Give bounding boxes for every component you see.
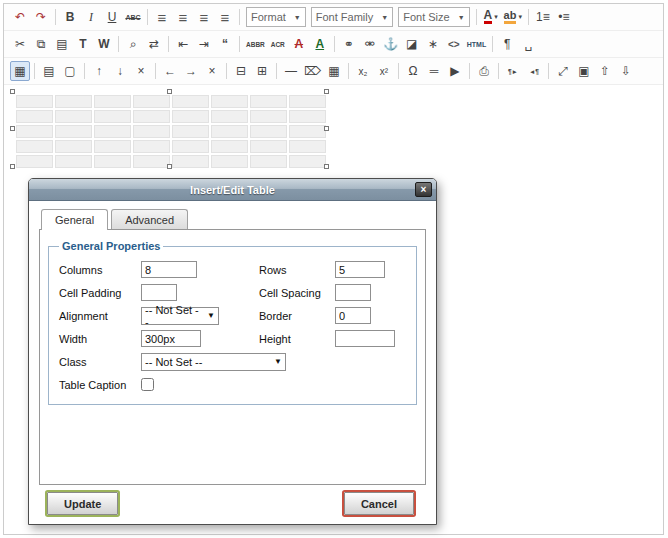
subscript-icon[interactable]: x₂ [353,61,373,81]
table-cell[interactable] [16,110,53,123]
rows-input[interactable] [335,261,385,278]
visual-characters-icon[interactable]: ¶ [497,34,517,54]
find-icon[interactable]: ⌕ [123,34,143,54]
table-cell[interactable] [133,140,170,153]
dialog-titlebar[interactable]: Insert/Edit Table × [29,179,436,201]
align-justify-icon[interactable]: ≡ [215,7,235,27]
insert-layer-icon[interactable]: ▣ [574,61,594,81]
left-to-right-icon[interactable]: ¶► [503,61,523,81]
table-cell[interactable] [94,110,131,123]
table-cell[interactable] [94,95,131,108]
table-cell[interactable] [172,125,209,138]
toggle-guidelines-icon[interactable]: ▦ [324,61,344,81]
resize-handle[interactable] [324,126,329,131]
table-cell[interactable] [133,125,170,138]
table-cell[interactable] [133,110,170,123]
table-cell[interactable] [16,140,53,153]
abbreviation-icon[interactable]: ABBR [244,34,267,54]
insert-row-before-icon[interactable]: ↑ [89,61,109,81]
text-color-icon[interactable]: A ▾ [481,7,501,27]
height-input[interactable] [335,330,395,347]
table-cell[interactable] [289,110,326,123]
insert-media-icon[interactable]: ▶ [445,61,465,81]
special-character-icon[interactable]: Ω [403,61,423,81]
remove-formatting-icon[interactable]: ⌦ [302,61,323,81]
paste-as-text-icon[interactable]: T [73,34,93,54]
cell-spacing-input[interactable] [335,284,371,301]
cancel-button[interactable]: Cancel [344,492,414,515]
alignment-select[interactable]: -- Not Set -- ▼ [141,307,219,325]
table-cell[interactable] [250,125,287,138]
table-cell[interactable] [211,110,248,123]
dialog-close-button[interactable]: × [415,182,432,197]
table-cell[interactable] [250,110,287,123]
table-cell[interactable] [55,95,92,108]
right-to-left-icon[interactable]: ◄¶ [524,61,544,81]
table-cell[interactable] [94,140,131,153]
width-input[interactable] [141,330,201,347]
table-cell[interactable] [211,125,248,138]
resize-handle[interactable] [324,164,329,169]
cleanup-code-icon[interactable]: ∗ [423,34,443,54]
table-row-properties-icon[interactable]: ▤ [39,61,59,81]
superscript-icon[interactable]: x² [374,61,394,81]
insert-image-icon[interactable]: ◪ [402,34,422,54]
columns-input[interactable] [141,261,197,278]
table-cell[interactable] [55,155,92,168]
table-cell[interactable] [211,155,248,168]
insert-row-after-icon[interactable]: ↓ [110,61,130,81]
source-code-icon[interactable]: <> [444,34,464,54]
nonbreaking-space-icon[interactable]: ␣ [518,34,538,54]
outdent-icon[interactable]: ⇤ [173,34,193,54]
split-cells-icon[interactable]: ⊟ [231,61,251,81]
table-cell[interactable] [250,155,287,168]
merge-cells-icon[interactable]: ⊞ [252,61,272,81]
align-center-icon[interactable]: ≡ [173,7,193,27]
bring-forward-icon[interactable]: ⇧ [595,61,615,81]
table-cell[interactable] [289,155,326,168]
strikethrough-icon[interactable]: ABC [123,7,143,27]
delete-column-icon[interactable]: × [202,61,222,81]
font-size-select[interactable]: Font Size ▼ [398,7,469,27]
resize-handle[interactable] [10,164,15,169]
insert-link-icon[interactable]: ⚭ [339,34,359,54]
align-left-icon[interactable]: ≡ [152,7,172,27]
undo-icon[interactable]: ↶ [10,7,30,27]
copy-icon[interactable]: ⧉ [31,34,51,54]
resize-handle[interactable] [10,126,15,131]
blockquote-icon[interactable]: “ [215,34,235,54]
horizontal-rule-icon[interactable]: — [281,61,301,81]
send-backward-icon[interactable]: ⇩ [616,61,636,81]
paste-from-word-icon[interactable]: W [94,34,114,54]
bold-icon[interactable]: B [60,7,80,27]
background-color-icon[interactable]: ab ▾ [502,7,524,27]
table-cell[interactable] [133,155,170,168]
table-cell[interactable] [55,140,92,153]
inserted-text-icon[interactable]: A [310,34,330,54]
table-cell[interactable] [289,140,326,153]
remove-link-icon[interactable]: ⚮ [360,34,380,54]
insert-column-after-icon[interactable]: → [181,61,201,81]
table-cell[interactable] [133,95,170,108]
table-cell[interactable] [211,95,248,108]
redo-icon[interactable]: ↷ [31,7,51,27]
deleted-text-icon[interactable]: A [289,34,309,54]
table-cell[interactable] [250,95,287,108]
table-cell[interactable] [172,110,209,123]
indent-icon[interactable]: ⇥ [194,34,214,54]
table-cell[interactable] [172,140,209,153]
class-select[interactable]: -- Not Set -- ▼ [141,353,286,371]
table-cell[interactable] [94,155,131,168]
table-cell[interactable] [55,125,92,138]
paste-icon[interactable]: ▤ [52,34,72,54]
table-cell[interactable] [250,140,287,153]
format-select[interactable]: Format ▼ [246,7,306,27]
align-right-icon[interactable]: ≡ [194,7,214,27]
italic-icon[interactable]: I [81,7,101,27]
table-cell[interactable] [289,95,326,108]
edit-html-icon[interactable]: HTML [465,34,488,54]
cell-padding-input[interactable] [141,284,177,301]
resize-handle[interactable] [167,164,172,169]
font-family-select[interactable]: Font Family ▼ [311,7,393,27]
table-cell-properties-icon[interactable]: ▢ [60,61,80,81]
